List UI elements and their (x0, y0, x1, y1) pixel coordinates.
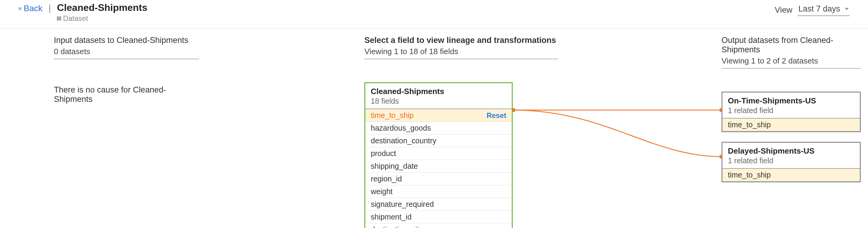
subtitle: Dataset (57, 14, 147, 23)
input-sub: 0 datasets (54, 47, 199, 59)
output-card-sub: 1 related field (728, 156, 855, 165)
view-label: View (775, 5, 792, 15)
center-dataset-card: Cleaned-Shipments 18 fields time_to_ship… (364, 82, 513, 228)
subtitle-text: Dataset (63, 14, 88, 23)
dataset-icon (57, 16, 61, 21)
back-button[interactable]: « Back (18, 4, 43, 13)
output-field-name: time_to_ship (728, 170, 771, 179)
output-field-row[interactable]: time_to_ship (722, 119, 860, 131)
field-row[interactable]: signature_required (365, 198, 512, 211)
center-column: Select a field to view lineage and trans… (364, 36, 558, 228)
view-value: Last 7 days (798, 4, 840, 13)
output-heading: Output datasets from Cleaned-Shipments (721, 36, 861, 55)
input-column: Input datasets to Cleaned-Shipments 0 da… (54, 36, 199, 104)
output-card[interactable]: Delayed-Shipments-US 1 related field tim… (721, 142, 861, 182)
page-header: « Back | Cleaned-Shipments Dataset View … (0, 0, 868, 28)
reset-button[interactable]: Reset (487, 111, 506, 120)
output-card[interactable]: On-Time-Shipments-US 1 related field tim… (721, 92, 861, 132)
output-card-sub: 1 related field (728, 106, 855, 115)
output-column: Output datasets from Cleaned-Shipments V… (721, 36, 861, 192)
chevron-left-icon: « (18, 4, 22, 12)
center-sub: Viewing 1 to 18 of 18 fields (364, 47, 558, 59)
field-name: region_id (371, 174, 402, 183)
center-card-header: Cleaned-Shipments 18 fields (365, 83, 512, 109)
field-name: weight (371, 187, 393, 196)
center-card-title: Cleaned-Shipments (371, 87, 506, 96)
input-empty-message: There is no cause for Cleaned-Shipments (54, 85, 199, 104)
caret-down-icon (845, 8, 849, 10)
field-name: signature_required (371, 200, 434, 209)
title-block: Cleaned-Shipments Dataset (57, 2, 147, 23)
field-name: destination_country (371, 136, 436, 145)
page-title: Cleaned-Shipments (57, 2, 147, 13)
header-left: « Back | Cleaned-Shipments Dataset (18, 2, 147, 23)
field-row[interactable]: region_id (365, 173, 512, 185)
field-name: shipping_date (371, 162, 418, 170)
field-row[interactable]: shipment_id (365, 211, 512, 224)
field-row[interactable]: destination_city (365, 224, 512, 228)
view-select[interactable]: Last 7 days (797, 4, 850, 16)
header-right: View Last 7 days (775, 4, 850, 16)
output-cards: On-Time-Shipments-US 1 related field tim… (721, 92, 861, 182)
field-row[interactable]: hazardous_goods (365, 122, 512, 135)
field-name: time_to_ship (371, 111, 414, 120)
output-card-title: On-Time-Shipments-US (728, 96, 855, 105)
field-name: hazardous_goods (371, 124, 431, 132)
field-row[interactable]: destination_country (365, 135, 512, 147)
input-heading: Input datasets to Cleaned-Shipments (54, 36, 199, 45)
center-card-sub: 18 fields (371, 97, 506, 105)
output-sub: Viewing 1 to 2 of 2 datasets (721, 56, 861, 69)
field-name: shipment_id (371, 213, 412, 221)
field-row[interactable]: shipping_date (365, 160, 512, 173)
center-heading: Select a field to view lineage and trans… (364, 36, 558, 45)
field-row[interactable]: product (365, 147, 512, 160)
separator: | (49, 3, 51, 13)
output-field-name: time_to_ship (728, 120, 771, 129)
field-row[interactable]: weight (365, 185, 512, 198)
content: Input datasets to Cleaned-Shipments 0 da… (0, 28, 868, 225)
field-name: product (371, 149, 396, 158)
output-card-header: Delayed-Shipments-US 1 related field (722, 143, 860, 169)
field-row-selected[interactable]: time_to_ship Reset (365, 109, 512, 122)
field-name: destination_city (371, 225, 423, 228)
back-label: Back (24, 4, 42, 13)
output-card-header: On-Time-Shipments-US 1 related field (722, 93, 860, 119)
output-field-row[interactable]: time_to_ship (722, 169, 860, 182)
output-card-title: Delayed-Shipments-US (728, 146, 855, 156)
